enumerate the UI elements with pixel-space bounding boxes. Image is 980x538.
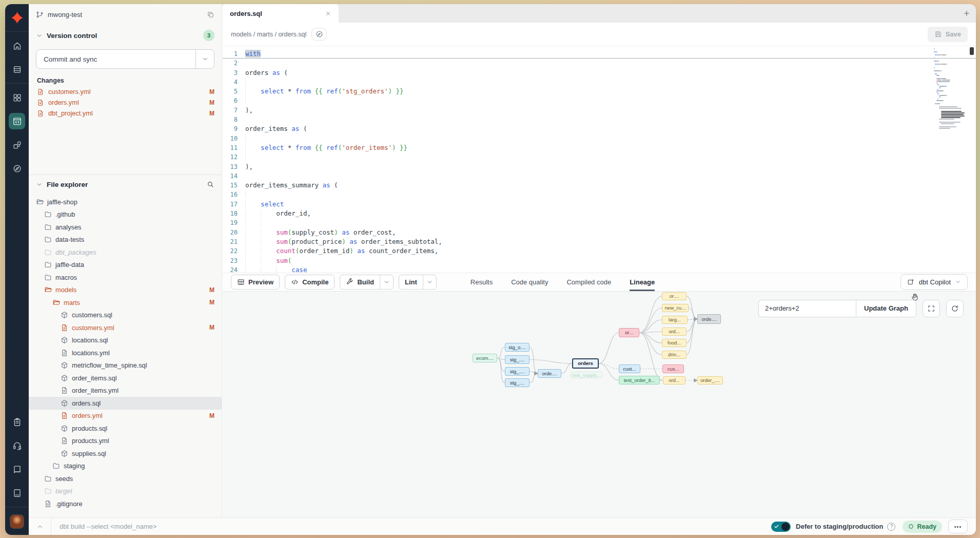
close-icon[interactable]: [325, 10, 331, 17]
copy-icon[interactable]: [207, 11, 214, 18]
tree-item-seeds[interactable]: seeds: [29, 472, 222, 485]
lineage-node-y3[interactable]: larg...: [662, 316, 688, 324]
rail-share-button[interactable]: [9, 137, 25, 153]
lineage-node-cusp[interactable]: cus...: [662, 364, 684, 373]
lint-button[interactable]: Lint: [399, 275, 437, 290]
tree-item-models[interactable]: modelsM: [29, 284, 222, 297]
tree-item-order-items-sql[interactable]: order_items.sql: [29, 372, 222, 385]
tree-item-customers-sql[interactable]: customers.sql: [29, 309, 222, 322]
tree-item-products-sql[interactable]: products.sql: [29, 422, 222, 435]
tree-item-products-yml[interactable]: products.yml: [29, 435, 222, 448]
tree-item-jaffle-shop[interactable]: jaffle-shop: [29, 196, 222, 208]
chevron-down-icon[interactable]: [36, 32, 43, 39]
code-line-8[interactable]: 8: [223, 115, 976, 124]
code-line-3[interactable]: 3orders as (: [223, 68, 976, 78]
lineage-node-orp[interactable]: or...: [619, 328, 639, 337]
tab-results[interactable]: Results: [471, 273, 493, 291]
preview-button[interactable]: Preview: [231, 275, 280, 290]
tree-item-data-tests[interactable]: data-tests: [29, 234, 222, 246]
help-icon[interactable]: ?: [887, 523, 895, 531]
lineage-selector-input[interactable]: [758, 300, 856, 317]
code-line-5[interactable]: 5 select * from {{ ref('stg_orders') }}: [223, 87, 976, 96]
commit-and-sync-button[interactable]: Commit and sync: [36, 49, 214, 69]
code-editor[interactable]: 1with23orders as (4 5 select * from {{ r…: [223, 46, 976, 273]
code-line-22[interactable]: 22 count(order_item_id) as count_order_i…: [223, 246, 976, 256]
code-line-18[interactable]: 18 order_id,: [223, 209, 976, 218]
lineage-node-y2[interactable]: new_cu...: [662, 304, 689, 312]
code-line-17[interactable]: 17 select: [223, 200, 976, 209]
dbt-copilot-button[interactable]: dbt Copilot: [900, 274, 968, 290]
code-line-16[interactable]: 16: [223, 190, 976, 199]
build-options-dropdown[interactable]: [380, 275, 393, 289]
tree-item-supplies-sql[interactable]: supplies.sql: [29, 447, 222, 460]
tree-item-orders-yml[interactable]: orders.ymlM: [29, 410, 222, 422]
lineage-node-y4[interactable]: ord...: [662, 328, 687, 336]
tree-item-orders-sql[interactable]: orders.sql: [29, 397, 222, 410]
code-line-15[interactable]: 15order_items_summary as (: [223, 181, 976, 190]
lineage-node-y5[interactable]: food...: [662, 339, 687, 347]
dbt-command-input[interactable]: dbt build --select <model_name>: [51, 523, 156, 530]
tree-item--github[interactable]: .github: [29, 208, 222, 221]
code-line-11[interactable]: 11 select * from {{ ref('order_items') }…: [223, 143, 976, 152]
rail-stack-button[interactable]: [9, 61, 25, 78]
code-line-23[interactable]: 23 sum(: [223, 256, 976, 265]
lineage-node-orde1[interactable]: orde....: [538, 369, 561, 378]
lineage-node-gray1[interactable]: orde....: [697, 314, 721, 324]
code-line-14[interactable]: 14: [223, 171, 976, 181]
lineage-node-tsupp[interactable]: test_supply...: [571, 372, 602, 378]
tree-item-locations-yml[interactable]: locations.yml: [29, 347, 222, 359]
tab-lineage[interactable]: Lineage: [630, 273, 655, 291]
lineage-node-testo[interactable]: test_order_it...: [619, 376, 660, 385]
tree-item-marts[interactable]: martsM: [29, 296, 222, 309]
expand-command-bar-button[interactable]: [29, 518, 51, 535]
code-line-7[interactable]: 7),: [223, 106, 976, 115]
code-line-19[interactable]: 19: [223, 218, 976, 227]
tab-code-quality[interactable]: Code quality: [511, 273, 548, 291]
rail-home-button[interactable]: [9, 37, 25, 54]
compile-button[interactable]: Compile: [285, 275, 335, 290]
code-line-2[interactable]: 2: [223, 59, 976, 68]
tree-item-target[interactable]: target: [29, 485, 222, 498]
new-tab-button[interactable]: [957, 4, 976, 23]
lineage-node-stg3[interactable]: stg_....: [505, 367, 530, 376]
lineage-node-stg1[interactable]: stg_o....: [505, 343, 530, 352]
code-line-21[interactable]: 21 sum(product_price) as order_items_sub…: [223, 237, 976, 246]
tab-orders-sql[interactable]: orders.sql: [223, 4, 339, 23]
update-graph-button[interactable]: Update Graph: [856, 300, 916, 317]
code-line-4[interactable]: 4: [223, 78, 976, 87]
editor-minimap[interactable]: [934, 48, 966, 129]
search-icon[interactable]: [206, 180, 214, 188]
lineage-node-stg2[interactable]: stg_....: [505, 355, 530, 364]
commit-options-dropdown[interactable]: [195, 50, 214, 68]
code-line-9[interactable]: 9order_items as (: [223, 124, 976, 133]
rail-headset-button[interactable]: [9, 437, 25, 454]
tree-item-jaffle-data[interactable]: jaffle-data: [29, 259, 222, 272]
chevron-down-icon[interactable]: [36, 181, 43, 188]
lineage-node-cust[interactable]: cust...: [619, 364, 640, 373]
tab-compiled-code[interactable]: Compiled code: [566, 273, 611, 291]
tree-item-macros[interactable]: macros: [29, 271, 222, 284]
defer-toggle[interactable]: [771, 522, 791, 532]
lineage-node-ecom[interactable]: ecom....: [473, 354, 497, 362]
code-line-10[interactable]: 10: [223, 134, 976, 143]
rail-clipboard-button[interactable]: [9, 414, 25, 430]
more-options-button[interactable]: •••: [948, 520, 968, 533]
tree-item-metricflow-time-spine-sql[interactable]: metricflow_time_spine.sql: [29, 359, 222, 372]
tree-item-order-items-yml[interactable]: order_items.yml: [29, 385, 222, 397]
lineage-node-ordery[interactable]: order_....: [697, 376, 723, 385]
rail-grid-button[interactable]: [9, 89, 25, 106]
build-button[interactable]: Build: [340, 275, 394, 290]
refresh-button[interactable]: [946, 300, 964, 317]
tree-item-dbt-packages[interactable]: dbt_packages: [29, 246, 222, 259]
lineage-node-orders[interactable]: orders: [572, 358, 599, 369]
code-line-20[interactable]: 20 sum(supply_cost) as order_cost,: [223, 228, 976, 237]
lineage-node-y6[interactable]: drin...: [662, 351, 687, 359]
editor-scrollbar[interactable]: [969, 46, 974, 273]
rail-dbt-logo[interactable]: [9, 9, 25, 26]
changed-file[interactable]: dbt_project.ymlM: [29, 108, 222, 119]
tree-item-locations-sql[interactable]: locations.sql: [29, 334, 222, 347]
rail-code-window-button[interactable]: [9, 113, 25, 129]
save-button[interactable]: Save: [928, 27, 968, 42]
fullscreen-button[interactable]: [923, 300, 940, 317]
tree-item-customers-yml[interactable]: customers.ymlM: [29, 321, 222, 334]
